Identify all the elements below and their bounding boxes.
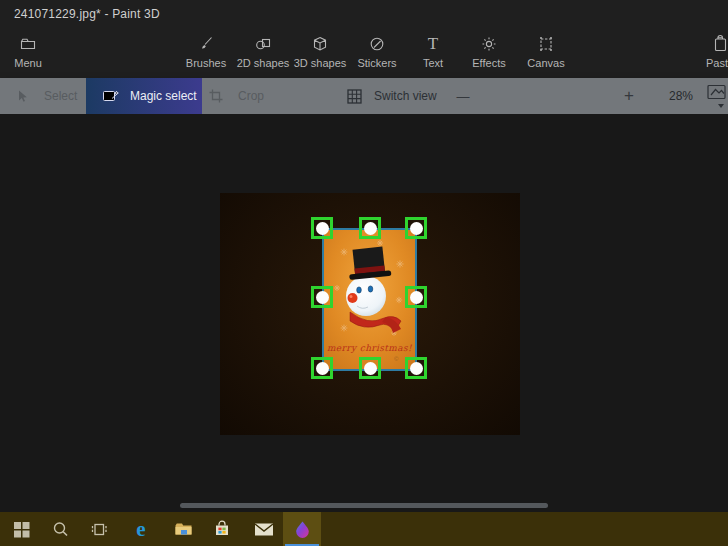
paste-clipboard-icon [711,33,728,55]
selection-handle-w[interactable] [311,286,333,308]
edge-browser-button[interactable]: e [122,512,160,546]
handle-dot [316,291,329,304]
zoom-in-plus-glyph: + [624,86,634,106]
mail-button[interactable] [245,512,283,546]
paste-label: Paste [706,57,728,69]
card-greeting-text: merry christmas! [327,343,413,353]
handle-dot [364,362,377,375]
card-copyright-mark: © [394,356,399,362]
handle-dot [410,362,423,375]
3d-shapes-label: 3D shapes [294,57,347,69]
2d-shapes-label: 2D shapes [237,57,290,69]
handle-dot [410,222,423,235]
selection-handle-se[interactable] [405,357,427,379]
start-button[interactable] [2,512,40,546]
sticker-icon [368,33,386,55]
paint-3d-taskbar-button[interactable] [283,512,321,546]
handle-dot [364,222,377,235]
toolbar-item-effects[interactable]: Effects [457,33,521,75]
windows-logo-icon [13,521,30,538]
select-button[interactable]: Select [14,78,77,114]
zoom-out-minus-glyph: — [457,89,470,104]
handle-dot [316,222,329,235]
magic-select-button[interactable]: Magic select [86,78,202,114]
3d-cube-icon [311,33,329,55]
zoom-out-button[interactable]: — [452,78,474,114]
mail-envelope-icon [254,522,274,537]
crop-label: Crop [238,89,264,103]
store-icon [213,520,231,538]
effects-label: Effects [472,57,505,69]
selection-handle-n[interactable] [359,217,381,239]
search-icon [52,521,69,538]
switch-view-button[interactable]: Switch view [346,78,437,114]
stickers-label: Stickers [357,57,396,69]
task-view-icon [90,521,108,538]
menu-button[interactable]: Menu [0,33,60,75]
text-label: Text [423,57,443,69]
toolbar-item-paste[interactable]: Paste [688,33,728,75]
title-bar: 241071229.jpg* - Paint 3D [0,0,728,28]
selection-region: merry christmas! © [322,228,417,371]
task-view-button[interactable] [80,512,118,546]
fit-to-view-caret-icon [718,104,724,108]
taskbar-search-button[interactable] [41,512,79,546]
text-icon: T [428,33,438,55]
canvas-label: Canvas [527,57,564,69]
main-toolbar: Menu Brushes 2D shapes 3D shapes Sticker [0,28,728,78]
brushes-label: Brushes [186,57,226,69]
zoom-in-button[interactable]: + [618,78,640,114]
selection-handle-sw[interactable] [311,357,333,379]
canvas-icon [537,33,555,55]
handle-dot [316,362,329,375]
paint-3d-icon [294,520,311,539]
paint3d-window: 241071229.jpg* - Paint 3D Menu Brushes 2… [0,0,728,546]
store-button[interactable] [203,512,241,546]
selection-handle-s[interactable] [359,357,381,379]
edge-icon: e [136,517,145,542]
selection-handle-ne[interactable] [405,217,427,239]
toolbar-item-2d-shapes[interactable]: 2D shapes [231,33,295,75]
christmas-card-image: merry christmas! © [324,230,415,369]
switch-view-label: Switch view [374,89,437,103]
window-title: 241071229.jpg* - Paint 3D [14,7,160,21]
selection-handle-e[interactable] [405,286,427,308]
2d-shapes-icon [254,33,273,55]
handle-dot [410,291,423,304]
crop-button[interactable]: Crop [208,78,264,114]
effects-sun-icon [480,33,498,55]
file-explorer-icon [174,521,193,537]
zoom-percent-value: 28% [659,78,703,114]
file-explorer-button[interactable] [164,512,202,546]
toolbar-item-canvas[interactable]: Canvas [514,33,578,75]
toolbar-item-stickers[interactable]: Stickers [345,33,409,75]
menu-label: Menu [14,57,42,69]
toolbar-item-3d-shapes[interactable]: 3D shapes [288,33,352,75]
selection-ribbon: Select Magic select Crop Switch view — +… [0,78,728,114]
brush-icon [197,33,215,55]
horizontal-scrollbar[interactable] [180,503,548,508]
toolbar-item-text[interactable]: T Text [401,33,465,75]
menu-folder-icon [19,33,37,55]
selection-handle-nw[interactable] [311,217,333,239]
toolbar-item-brushes[interactable]: Brushes [174,33,238,75]
select-label: Select [44,89,77,103]
fit-to-view-button[interactable] [705,84,727,110]
taskbar: e Healthy Living [0,512,728,546]
magic-select-label: Magic select [130,89,197,103]
